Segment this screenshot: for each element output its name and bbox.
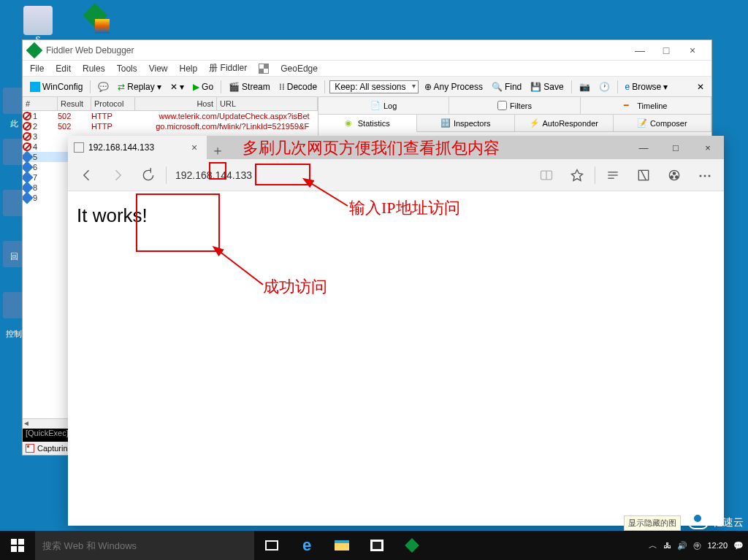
taskbar-fiddler[interactable] — [394, 531, 430, 560]
sessions-grid-header: # Result Protocol Host URL — [23, 97, 318, 111]
taskbar-store[interactable] — [359, 531, 394, 560]
edge-min-button[interactable]: — — [627, 136, 660, 159]
comment-button[interactable]: 💬 — [95, 82, 112, 92]
tab-statistics[interactable]: ◉Statistics — [318, 115, 417, 132]
replay-icon: ⇄ — [118, 82, 125, 92]
tray-network-icon[interactable]: 🖧 — [663, 541, 671, 550]
fiddler-min-button[interactable]: — — [627, 45, 653, 56]
taskview-icon — [265, 540, 278, 551]
hub-button[interactable] — [600, 164, 626, 187]
reading-view-button[interactable] — [533, 164, 560, 187]
forward-button[interactable] — [104, 164, 131, 187]
col-url[interactable]: URL — [217, 97, 318, 110]
log-icon: 📄 — [370, 101, 381, 111]
go-button[interactable]: ▶Go — [190, 82, 216, 92]
edge-toolbar: ⋯ — [68, 159, 724, 191]
menu-help[interactable]: Help — [180, 64, 198, 74]
composer-icon: 📝 — [637, 118, 647, 129]
menu-register[interactable]: 册 Fiddler — [209, 62, 247, 74]
toolbar-close-button[interactable]: ✕ — [694, 82, 707, 92]
tab-timeline[interactable]: ━Timeline — [581, 97, 711, 114]
svg-point-8 — [671, 175, 673, 177]
keep-dropdown[interactable]: Keep: All sessions — [329, 80, 418, 93]
tray-notification-icon[interactable]: 💬 — [733, 541, 744, 551]
cloud-icon — [688, 516, 709, 529]
fiddler-menubar: File Edit Rules Tools View Help 册 Fiddle… — [23, 61, 711, 77]
target-icon: ⊕ — [424, 82, 432, 92]
autoresponder-icon: ⚡ — [530, 118, 540, 129]
tab-inspectors[interactable]: 🔡Inspectors — [417, 115, 516, 131]
timer-button[interactable]: 🕐 — [596, 82, 613, 92]
back-button[interactable] — [74, 164, 100, 187]
taskview-button[interactable] — [254, 531, 289, 560]
notes-button[interactable] — [630, 164, 657, 187]
play-icon: ▶ — [193, 82, 199, 92]
menu-rules[interactable]: Rules — [83, 64, 105, 74]
stats-icon: ◉ — [345, 118, 355, 129]
menu-edit[interactable]: Edit — [56, 64, 71, 74]
replay-button[interactable]: ⇄Replay ▾ — [115, 82, 164, 92]
stream-button[interactable]: 🎬Stream — [226, 82, 273, 92]
taskbar-edge[interactable]: e — [289, 531, 324, 560]
anyprocess-button[interactable]: ⊕Any Process — [421, 82, 486, 92]
right-tabs-top: 📄Log Filters ━Timeline — [318, 97, 711, 115]
tab-page-icon — [74, 142, 84, 153]
fiddler-max-button[interactable]: □ — [653, 45, 679, 56]
session-row[interactable]: 2502HTTPgo.microsoft.com/fwlink/?LinkId=… — [23, 121, 318, 131]
more-button[interactable]: ⋯ — [692, 164, 718, 187]
edge-tab-active[interactable]: 192.168.144.133 × — [68, 136, 207, 159]
tray-ime-icon[interactable]: ㊥ — [693, 540, 701, 551]
fiddler-diamond-icon — [80, 4, 110, 34]
taskbar-apps: e — [254, 531, 430, 560]
timeline-icon: ━ — [624, 101, 634, 111]
session-row[interactable]: 1502HTTPwww.telerik.com/UpdateCheck.aspx… — [23, 111, 318, 121]
camera-icon: 📷 — [579, 82, 590, 92]
menu-geoedge[interactable]: GeoEdge — [280, 64, 318, 74]
share-button[interactable] — [661, 164, 687, 187]
desktop-fiddler-icon[interactable] — [73, 4, 117, 34]
col-protocol[interactable]: Protocol — [91, 97, 135, 110]
col-num[interactable]: # — [23, 97, 58, 110]
address-bar[interactable] — [171, 164, 529, 186]
tray-chevron-icon[interactable]: ︿ — [649, 540, 657, 552]
refresh-button[interactable] — [135, 164, 161, 187]
remove-button[interactable]: ✕ ▾ — [167, 82, 187, 92]
col-result[interactable]: Result — [58, 97, 91, 110]
folder-icon — [335, 540, 349, 551]
start-button[interactable] — [0, 531, 35, 560]
desktop-user-icon[interactable]: S — [16, 6, 60, 44]
tab-filters[interactable]: Filters — [449, 97, 580, 114]
tab-log[interactable]: 📄Log — [318, 97, 449, 114]
fiddler-close-button[interactable]: × — [679, 45, 706, 56]
winconfig-button[interactable]: WinConfig — [27, 82, 85, 92]
windows-icon — [30, 82, 40, 92]
fiddler-app-icon — [26, 42, 43, 58]
favorite-button[interactable] — [564, 164, 590, 187]
tab-composer[interactable]: 📝Composer — [614, 115, 712, 131]
tab-autoresponder[interactable]: ⚡AutoResponder — [515, 115, 614, 131]
tray-volume-icon[interactable]: 🔊 — [677, 541, 687, 551]
browse-button[interactable]: eBrowse ▾ — [622, 82, 671, 92]
edge-close-button[interactable]: × — [692, 136, 724, 159]
capturing-label[interactable]: Capturing — [37, 444, 72, 453]
menu-view[interactable]: View — [149, 64, 168, 74]
user-head-icon — [23, 6, 53, 35]
taskbar-search[interactable] — [35, 531, 254, 560]
fiddler-titlebar[interactable]: Fiddler Web Debugger — □ × — [23, 40, 711, 61]
menu-file[interactable]: File — [30, 64, 44, 74]
col-host[interactable]: Host — [135, 97, 217, 110]
find-button[interactable]: 🔍Find — [489, 82, 524, 92]
menu-tools[interactable]: Tools — [117, 64, 137, 74]
screenshot-button[interactable]: 📷 — [576, 82, 593, 92]
tray-time[interactable]: 12:20 — [707, 541, 728, 550]
decode-button[interactable]: ⁞⁞Decode — [276, 82, 320, 92]
clock-icon: 🕐 — [599, 82, 610, 92]
save-button[interactable]: 💾Save — [527, 82, 566, 92]
edge-max-button[interactable]: □ — [660, 136, 692, 159]
edge-icon: e — [302, 536, 311, 555]
filters-checkbox[interactable] — [497, 101, 507, 110]
tab-close-button[interactable]: × — [188, 142, 201, 153]
new-tab-button[interactable]: ＋ — [207, 142, 229, 159]
taskbar-explorer[interactable] — [324, 531, 359, 560]
watermark-text: 亿速云 — [713, 516, 744, 529]
